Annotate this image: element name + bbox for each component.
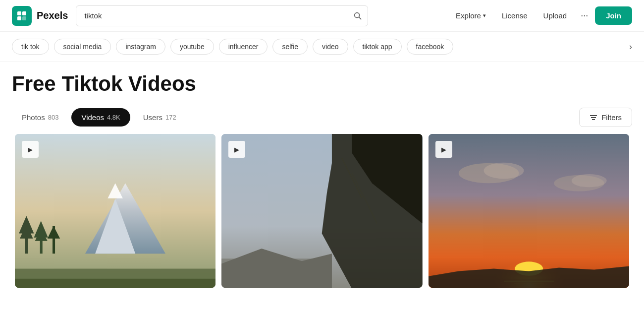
join-button[interactable]: Join bbox=[595, 6, 632, 25]
tag-video[interactable]: video bbox=[313, 39, 348, 55]
search-input[interactable] bbox=[76, 5, 368, 26]
page-title: Free Tiktok Videos bbox=[12, 72, 632, 96]
filters-button[interactable]: Filters bbox=[579, 108, 632, 127]
logo-area[interactable]: Pexels bbox=[12, 6, 68, 26]
svg-rect-22 bbox=[15, 279, 215, 288]
tab-group: Photos 803 Videos 4.8K Users 172 bbox=[12, 108, 186, 127]
site-name: Pexels bbox=[37, 10, 68, 21]
svg-rect-0 bbox=[17, 11, 21, 15]
tag-facebook[interactable]: facebook bbox=[407, 39, 454, 55]
tab-videos[interactable]: Videos 4.8K bbox=[71, 108, 130, 127]
video-thumbnail-1: ▶ bbox=[15, 134, 215, 288]
search-button[interactable] bbox=[353, 11, 362, 20]
nav-explore[interactable]: Explore ▾ bbox=[449, 7, 493, 24]
svg-rect-1 bbox=[22, 11, 26, 15]
play-icon-1: ▶ bbox=[22, 141, 39, 158]
tags-row: tik tok social media instagram youtube i… bbox=[0, 32, 644, 62]
tag-influencer[interactable]: influencer bbox=[219, 39, 268, 55]
tags-next-arrow[interactable]: › bbox=[629, 42, 632, 52]
svg-rect-2 bbox=[17, 16, 21, 20]
video-card-3[interactable]: ▶ bbox=[429, 134, 629, 288]
nav-more-button[interactable]: ··· bbox=[576, 6, 593, 25]
nav-license[interactable]: License bbox=[495, 7, 535, 24]
logo-icon bbox=[12, 6, 32, 26]
video-thumbnail-3: ▶ bbox=[429, 134, 629, 288]
tag-tiktok[interactable]: tik tok bbox=[12, 39, 49, 55]
tag-youtube[interactable]: youtube bbox=[170, 39, 214, 55]
tag-tiktok-app[interactable]: tiktok app bbox=[353, 39, 402, 55]
play-icon-2: ▶ bbox=[228, 141, 245, 158]
nav-upload[interactable]: Upload bbox=[537, 7, 574, 24]
main-nav: Explore ▾ License Upload ··· Join bbox=[449, 6, 632, 25]
chevron-down-icon: ▾ bbox=[483, 12, 486, 19]
svg-point-4 bbox=[355, 12, 360, 17]
filter-tabs-row: Photos 803 Videos 4.8K Users 172 Filters bbox=[0, 101, 644, 134]
filter-icon bbox=[590, 114, 597, 122]
svg-point-34 bbox=[483, 163, 524, 179]
svg-line-5 bbox=[359, 17, 362, 19]
site-header: Pexels Explore ▾ License Upload ··· Join bbox=[0, 0, 644, 32]
play-icon-3: ▶ bbox=[435, 141, 452, 158]
tag-selfie[interactable]: selfie bbox=[272, 39, 308, 55]
tag-social-media[interactable]: social media bbox=[54, 39, 111, 55]
search-bar bbox=[76, 5, 368, 26]
tag-instagram[interactable]: instagram bbox=[116, 39, 165, 55]
video-card-2[interactable]: ▶ bbox=[221, 134, 422, 288]
video-thumbnail-2: ▶ bbox=[221, 134, 422, 288]
svg-point-36 bbox=[571, 174, 606, 187]
tab-photos[interactable]: Photos 803 bbox=[12, 108, 68, 127]
page-title-area: Free Tiktok Videos bbox=[0, 62, 644, 101]
svg-rect-3 bbox=[22, 16, 26, 20]
video-grid: ▶ bbox=[0, 134, 644, 288]
video-card-1[interactable]: ▶ bbox=[15, 134, 215, 288]
tab-users[interactable]: Users 172 bbox=[133, 108, 186, 127]
